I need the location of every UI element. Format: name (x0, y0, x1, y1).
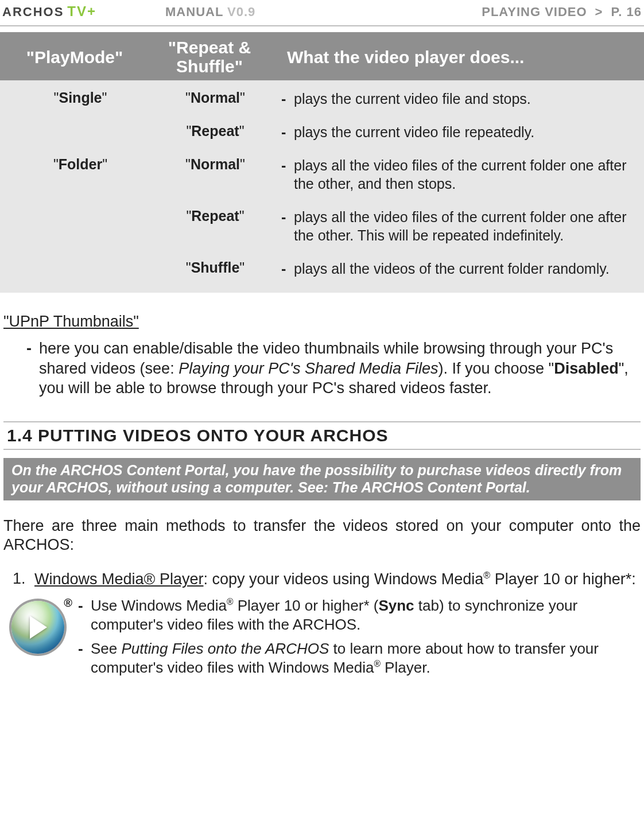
table-cell-shuffle: "Repeat" (149, 123, 281, 141)
table-cell-playmode: "Single" (11, 90, 149, 108)
playmode-table: "PlayMode" "Repeat & Shuffle" What the v… (0, 32, 644, 293)
page-header: ARCHOS TV+ MANUAL V0.9 PLAYING VIDEO > P… (0, 0, 644, 25)
table-cell-playmode (11, 259, 149, 278)
list-number: 1. (13, 570, 29, 588)
list-item: - Use Windows Media® Player 10 or higher… (78, 596, 641, 634)
paragraph: There are three main methods to transfer… (3, 517, 641, 556)
method-link: Windows Media® Player (34, 570, 204, 588)
divider (3, 421, 641, 422)
registered-icon: ® (374, 659, 381, 669)
section-label: PLAYING VIDEO (482, 5, 587, 20)
table-cell-shuffle: "Normal" (149, 90, 281, 108)
table-cell-playmode (11, 123, 149, 141)
callout-box: On the ARCHOS Content Portal, you have t… (3, 458, 641, 500)
brand-logo: ARCHOS TV+ (2, 3, 96, 20)
manual-label: MANUAL (165, 5, 223, 19)
windows-media-player-icon: ® (9, 599, 67, 656)
divider (0, 25, 644, 26)
table-cell-shuffle: "Normal" (149, 156, 281, 193)
dash-icon: - (78, 639, 83, 658)
table-header-playmode: "PlayMode" (6, 48, 143, 67)
table-cell-description: -plays all the video files of the curren… (281, 156, 638, 193)
chevron-right-icon: > (595, 5, 603, 20)
table-cell-description: -plays the current video file and stops. (281, 90, 638, 108)
subheading-upnp: "UPnP Thumbnails" (3, 313, 641, 331)
table-cell-playmode: "Folder" (11, 156, 149, 193)
dash-icon: - (26, 339, 32, 359)
table-cell-description: -plays all the video files of the curren… (281, 208, 638, 244)
upnp-bullet: - here you can enable/disable the video … (3, 339, 641, 398)
dash-icon: - (78, 596, 83, 615)
wmp-section: ® - Use Windows Media® Player 10 or high… (3, 596, 641, 682)
divider (3, 449, 641, 450)
manual-label-wrap: MANUAL V0.9 (165, 5, 255, 20)
ordered-list-item: 1. Windows Media® Player: copy your vide… (3, 570, 641, 588)
registered-icon: ® (64, 596, 72, 609)
registered-icon: ® (483, 570, 490, 580)
table-header-repeat-shuffle: "Repeat & Shuffle" (143, 38, 276, 76)
page-number: P. 16 (611, 5, 642, 20)
list-text: Windows Media® Player: copy your videos … (34, 570, 636, 588)
manual-version: V0.9 (227, 5, 255, 19)
table-header-row: "PlayMode" "Repeat & Shuffle" What the v… (0, 32, 644, 80)
brand-logo-text: ARCHOS (2, 5, 64, 20)
table-header-description: What the video player does... (276, 48, 638, 67)
table-cell-shuffle: "Shuffle" (149, 259, 281, 278)
page-content: "UPnP Thumbnails" - here you can enable/… (0, 293, 644, 682)
breadcrumb: PLAYING VIDEO > P. 16 (482, 5, 642, 20)
registered-icon: ® (227, 597, 234, 607)
list-item: - See Putting Files onto the ARCHOS to l… (78, 639, 641, 677)
table-body: "Single" "Normal" -plays the current vid… (0, 80, 644, 293)
table-cell-description: -plays the current video file repeatedly… (281, 123, 638, 141)
table-cell-description: -plays all the videos of the current fol… (281, 259, 638, 278)
table-cell-playmode (11, 208, 149, 244)
list-item: - here you can enable/disable the video … (26, 339, 641, 398)
product-tag: TV+ (67, 3, 96, 20)
section-heading: 1.4 PUTTING VIDEOS ONTO YOUR ARCHOS (3, 426, 641, 448)
wmp-bullets: - Use Windows Media® Player 10 or higher… (78, 596, 641, 682)
table-cell-shuffle: "Repeat" (149, 208, 281, 244)
